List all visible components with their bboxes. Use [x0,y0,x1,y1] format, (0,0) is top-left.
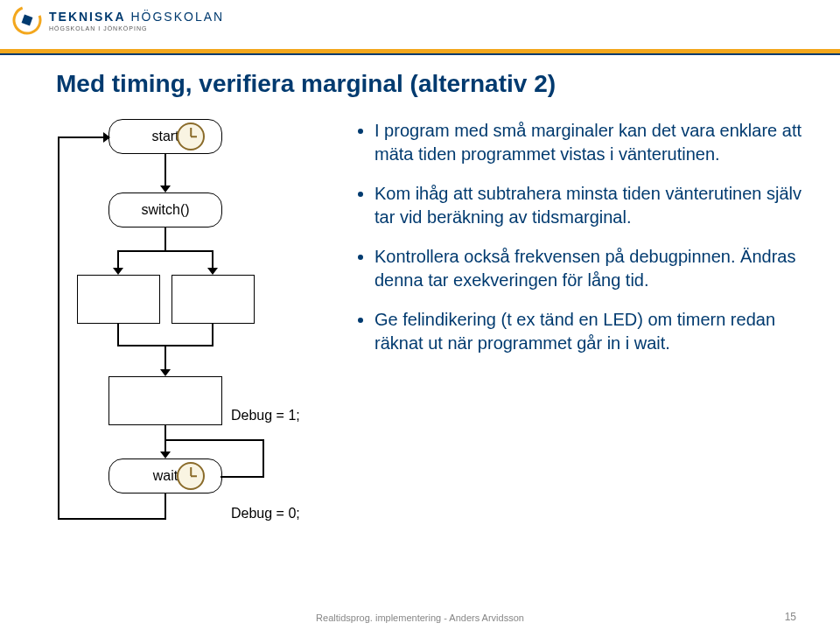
label-debug0: Debug = 0; [231,506,300,522]
arrow-line [262,439,264,478]
arrowhead-icon [207,268,218,275]
arrow-line [58,136,107,138]
label-debug1: Debug = 1; [231,408,300,424]
logo-text-line1: TEKNISKA HÖGSKOLAN [49,10,224,24]
logo: TEKNISKA HÖGSKOLAN HÖGSKOLAN I JÖNKÖPING [12,5,224,35]
page-title: Med timing, verifiera marginal (alternat… [56,70,814,98]
arrow-line [164,494,166,518]
arrowhead-icon [160,369,171,376]
arrow-line [164,228,166,250]
node-wait: wait [108,458,222,494]
footer-text: Realtidsprog. implementering - Anders Ar… [0,612,840,623]
bullet-list: I program med små marginaler kan det var… [354,119,814,574]
clock-icon [177,462,205,490]
arrow-line [117,250,214,252]
arrow-line [164,154,166,189]
node-switch: switch() [108,192,222,228]
arrowhead-icon [160,186,171,192]
node-start: start [108,119,222,154]
arrow-line [58,518,166,520]
arrow-line [117,324,119,345]
header: TEKNISKA HÖGSKOLAN HÖGSKOLAN I JÖNKÖPING [0,0,840,52]
clock-icon [177,122,205,150]
arrowhead-icon [113,268,123,275]
divider-blue [0,53,840,55]
node-start-label: start [151,129,178,144]
flowchart: start switch() [56,119,336,574]
arrow-line [164,439,264,441]
svg-rect-1 [22,15,33,26]
node-wait-label: wait [153,468,178,484]
arrow-line [220,476,264,478]
logo-text-line2: HÖGSKOLAN I JÖNKÖPING [49,25,224,32]
list-item: I program med små marginaler kan det var… [374,119,814,166]
arrow-line [58,136,60,520]
node-switch-label: switch() [141,202,189,218]
list-item: Kontrollera också frekvensen på debugpin… [374,245,814,292]
node-pre-wait [108,376,222,425]
page-number: 15 [785,611,796,623]
node-branch-left [77,275,160,324]
list-item: Ge felindikering (t ex tänd en LED) om t… [374,308,814,355]
logo-icon [12,5,42,35]
arrowhead-icon [103,132,110,143]
node-branch-right [172,275,255,324]
arrowhead-icon [160,452,171,458]
list-item: Kom ihåg att subtrahera minsta tiden vän… [374,182,814,229]
arrow-line [212,324,214,345]
